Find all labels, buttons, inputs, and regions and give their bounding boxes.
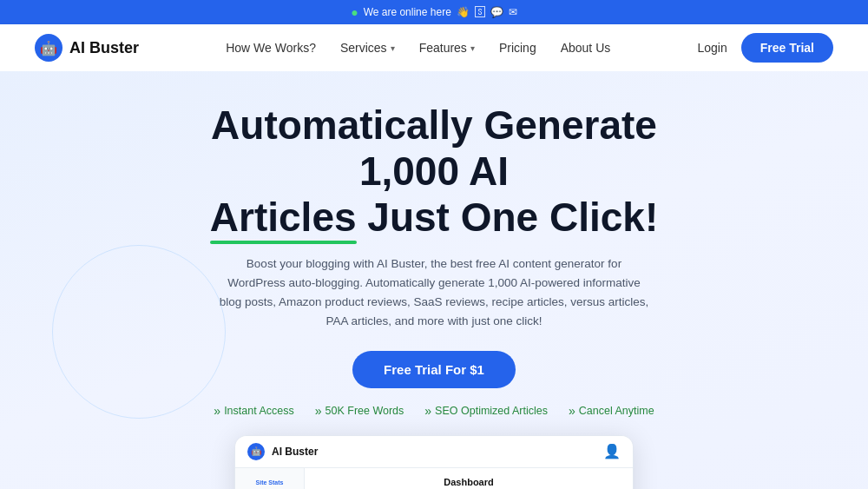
db-sidebar: Site Stats Content Creator (Beta) Amazon… (235, 468, 305, 489)
badge-words: »50K Free Words (315, 404, 404, 418)
nav-item-pricing[interactable]: Pricing (499, 41, 536, 55)
badge-instant: »Instant Access (214, 404, 293, 418)
whatsapp-icon: 💬 (490, 6, 503, 18)
arrow-icon-2: » (315, 404, 322, 418)
skype-icon: 🅂 (475, 6, 485, 18)
nav-item-features[interactable]: Features ▾ (419, 41, 475, 55)
services-chevron-icon: ▾ (391, 43, 395, 53)
deco-circle-left (52, 245, 226, 419)
nav-item-how[interactable]: How We Works? (226, 41, 316, 55)
hero-badges: »Instant Access »50K Free Words »SEO Opt… (17, 404, 851, 418)
nav-link-about[interactable]: About Us (561, 41, 611, 55)
nav-link-pricing[interactable]: Pricing (499, 41, 536, 55)
badge-seo: »SEO Optimized Articles (424, 404, 548, 418)
db-main: Dashboard Statistics 10K+ Content Create… (305, 468, 633, 489)
db-body: Site Stats Content Creator (Beta) Amazon… (235, 468, 633, 489)
announcement-bar: ● We are online here 👋 🅂 💬 ✉ (0, 0, 868, 24)
dashboard-preview: 🤖 AI Buster 👤 Site Stats Content Creator… (234, 435, 634, 489)
db-logo-icon: 🤖 (247, 443, 265, 460)
logo[interactable]: 🤖 AI Buster (35, 34, 139, 62)
email-icon: ✉ (509, 6, 517, 18)
logo-text: AI Buster (69, 39, 139, 57)
hero-headline: Automatically Generate 1,000 AI Articles… (139, 102, 729, 241)
nav-free-trial-button[interactable]: Free Trial (741, 33, 833, 63)
articles-word: Articles (210, 195, 357, 241)
db-header: 🤖 AI Buster 👤 (235, 436, 633, 468)
nav-link-features[interactable]: Features ▾ (419, 41, 475, 55)
arrow-icon-4: » (569, 404, 575, 418)
features-chevron-icon: ▾ (470, 43, 475, 53)
hero-cta-button[interactable]: Free Trial For $1 (352, 351, 516, 388)
hero-section: Automatically Generate 1,000 AI Articles… (0, 71, 868, 489)
arrow-icon-1: » (214, 404, 220, 418)
nav-item-services[interactable]: Services ▾ (340, 41, 395, 55)
db-section-title-dashboard: Dashboard (315, 477, 622, 487)
db-header-left: 🤖 AI Buster (247, 443, 318, 460)
logo-icon: 🤖 (35, 34, 62, 62)
online-dot: ● (351, 5, 358, 19)
nav-link-services[interactable]: Services ▾ (340, 41, 395, 55)
wave-icon: 👋 (457, 6, 470, 18)
hero-description: Boost your blogging with AI Buster, the … (217, 254, 651, 332)
nav-link-how[interactable]: How We Works? (226, 41, 316, 55)
arrow-icon-3: » (424, 404, 431, 418)
announcement-text: We are online here (364, 6, 451, 18)
navbar: 🤖 AI Buster How We Works? Services ▾ Fea… (0, 24, 868, 71)
db-user-icon: 👤 (603, 443, 621, 459)
nav-item-about[interactable]: About Us (561, 41, 611, 55)
sidebar-item-sitestats[interactable]: Site Stats (235, 475, 304, 489)
nav-links: How We Works? Services ▾ Features ▾ Pric… (226, 41, 610, 55)
nav-right: Login Free Trial (697, 33, 833, 63)
login-button[interactable]: Login (697, 41, 727, 55)
badge-cancel: »Cancel Anytime (569, 404, 654, 418)
db-brand-name: AI Buster (272, 446, 318, 458)
